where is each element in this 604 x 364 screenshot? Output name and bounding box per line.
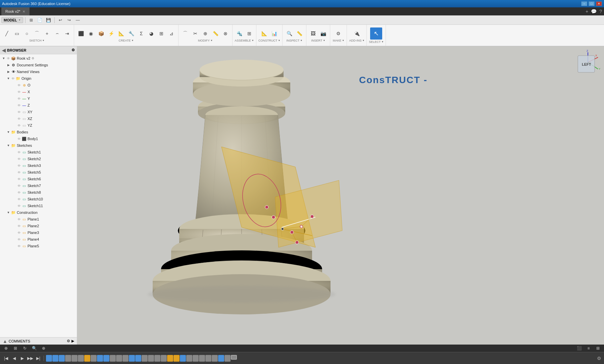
tree-item-y[interactable]: 👁 — Y: [0, 95, 77, 102]
sketch-rect-btn[interactable]: ▭: [12, 29, 21, 38]
tree-item-sketch1[interactable]: 👁 ▭ Sketch1: [0, 149, 77, 156]
comments-settings-icon[interactable]: ⚙: [67, 339, 70, 343]
tree-item-xy[interactable]: 👁 ▭ XY: [0, 109, 77, 115]
tree-item-body1[interactable]: 👁 ⬛ Body1: [0, 135, 77, 142]
tl-op-8[interactable]: [91, 355, 97, 362]
tl-op-18[interactable]: [154, 355, 160, 362]
tree-item-plane1[interactable]: 👁 ▭ Plane1: [0, 216, 77, 223]
chat-icon[interactable]: 💬: [591, 9, 597, 14]
viewcube[interactable]: X Y Z LEFT: [574, 49, 601, 76]
tree-item-construction[interactable]: ▼ 📁 Construction: [0, 209, 77, 216]
assemble-dropdown[interactable]: ▼: [252, 39, 254, 42]
maximize-button[interactable]: □: [589, 1, 595, 6]
tree-item-x[interactable]: 👁 — X: [0, 88, 77, 95]
timeline-settings-btn[interactable]: ⚙: [597, 356, 601, 361]
tl-op-28[interactable]: [218, 355, 224, 362]
more-button[interactable]: —: [74, 16, 82, 24]
browser-settings-icon[interactable]: ⚙: [71, 48, 75, 52]
tl-op-9[interactable]: [97, 355, 103, 362]
create-more-btn[interactable]: ⊿: [167, 29, 176, 38]
eye-sketch3[interactable]: 👁: [17, 164, 21, 168]
tl-op-29[interactable]: [224, 355, 231, 362]
eye-sketch8[interactable]: 👁: [17, 191, 21, 194]
timeline-last-btn[interactable]: ▶|: [35, 355, 42, 362]
tree-item-z[interactable]: 👁 — Z: [0, 102, 77, 109]
sketch-point-btn[interactable]: +: [42, 29, 52, 38]
inspect-dropdown[interactable]: ▼: [300, 39, 302, 42]
eye-xy[interactable]: 👁: [17, 110, 21, 114]
create-rib-btn[interactable]: 📐: [116, 29, 126, 38]
tl-op-19[interactable]: [161, 355, 167, 362]
eye-plane5[interactable]: 👁: [17, 244, 21, 248]
tree-item-o[interactable]: 👁 ⊕ O: [0, 82, 77, 88]
viewport[interactable]: ConsTRUCT - X Y Z LEFT: [77, 46, 604, 345]
eye-sketch5[interactable]: 👁: [17, 171, 21, 174]
sketch-dropdown[interactable]: ▼: [42, 39, 45, 42]
modify-dropdown[interactable]: ▼: [210, 39, 213, 42]
tree-item-docSettings[interactable]: ▶ ⚙ Document Settings: [0, 62, 77, 68]
save-button[interactable]: 💾: [45, 16, 52, 24]
eye-sketch2[interactable]: 👁: [17, 157, 21, 161]
eye-z[interactable]: 👁: [17, 104, 21, 107]
status-orbit-btn[interactable]: ↻: [21, 345, 28, 352]
eye-plane1[interactable]: 👁: [17, 218, 21, 221]
eye-origin[interactable]: 👁: [11, 77, 15, 80]
tl-op-13[interactable]: [122, 355, 129, 362]
tl-op-26[interactable]: [205, 355, 211, 362]
sketch-arc-btn[interactable]: ⌒: [32, 29, 42, 38]
construct-plane-btn[interactable]: 📐: [260, 29, 269, 38]
modify-shell-btn[interactable]: ⊕: [201, 29, 210, 38]
eye-sketch1[interactable]: 👁: [17, 150, 21, 154]
browser-collapse-btn[interactable]: ◀: [2, 48, 6, 53]
sketch-more-btn[interactable]: ⇥: [62, 29, 72, 38]
tl-op-14[interactable]: [129, 355, 135, 362]
tree-item-sketch7[interactable]: 👁 ▭ Sketch7: [0, 182, 77, 189]
tree-item-plane3[interactable]: 👁 ▭ Plane3: [0, 229, 77, 236]
tree-item-bodies[interactable]: ▼ 📁 Bodies: [0, 129, 77, 135]
create-extrude-btn[interactable]: ⬛: [76, 29, 86, 38]
create-sum-btn[interactable]: Σ: [137, 29, 146, 38]
status-fit-btn[interactable]: ⊕: [40, 345, 47, 352]
status-layout-btn[interactable]: ⊞: [595, 345, 601, 352]
tree-item-plane4[interactable]: 👁 ▭ Plane4: [0, 236, 77, 243]
tl-op-10[interactable]: [103, 355, 109, 362]
addins-scripts-btn[interactable]: 🔌: [352, 29, 361, 38]
tree-item-namedViews[interactable]: ▶ 👁 Named Views: [0, 68, 77, 75]
modify-draft-btn[interactable]: 📏: [211, 29, 220, 38]
modify-more-btn[interactable]: ⊗: [221, 29, 230, 38]
timeline-first-btn[interactable]: |◀: [3, 355, 9, 362]
tl-op-20[interactable]: [167, 355, 173, 362]
tl-op-17[interactable]: [148, 355, 154, 362]
create-sweep-btn[interactable]: 📦: [96, 29, 106, 38]
create-revolve-btn[interactable]: ◉: [86, 29, 96, 38]
eye-plane4[interactable]: 👁: [17, 238, 21, 241]
eye-o[interactable]: 👁: [17, 83, 21, 87]
tl-op-21[interactable]: [173, 355, 180, 362]
comments-collapse-btn[interactable]: ▲: [3, 339, 7, 344]
tl-op-22[interactable]: [180, 355, 186, 362]
minimize-button[interactable]: −: [581, 1, 587, 6]
sketch-line-btn[interactable]: ╱: [2, 29, 11, 38]
tree-item-sketch11[interactable]: 👁 ▭ Sketch11: [0, 202, 77, 209]
make-dropdown[interactable]: ▼: [342, 39, 344, 42]
tl-op-11[interactable]: [110, 355, 116, 362]
construct-axis-btn[interactable]: 📊: [270, 29, 279, 38]
tree-item-plane2[interactable]: 👁 ▭ Plane2: [0, 223, 77, 229]
tab-rookv2[interactable]: Rook v2* ✕: [1, 7, 30, 15]
tl-op-27[interactable]: [212, 355, 218, 362]
settings-icon-rook[interactable]: ⚙: [32, 57, 34, 60]
eye-rook[interactable]: 👁: [6, 57, 11, 60]
tree-item-xz[interactable]: 👁 ▭ XZ: [0, 115, 77, 122]
status-grid-btn[interactable]: ⊞: [12, 345, 19, 352]
tree-item-sketch6[interactable]: 👁 ▭ Sketch6: [0, 176, 77, 182]
eye-plane2[interactable]: 👁: [17, 224, 21, 228]
tl-op-12[interactable]: [116, 355, 122, 362]
comments-expand-icon[interactable]: ▶: [71, 339, 74, 343]
create-mirror-btn[interactable]: ⊞: [157, 29, 166, 38]
timeline-next-btn[interactable]: ▶▶: [27, 355, 34, 362]
tree-item-sketch8[interactable]: 👁 ▭ Sketch8: [0, 189, 77, 196]
inspect-section-btn[interactable]: 📏: [295, 29, 304, 38]
eye-sketch11[interactable]: 👁: [17, 204, 21, 208]
tl-op-24[interactable]: [193, 355, 199, 362]
sketch-spline-btn[interactable]: ⌢: [52, 29, 62, 38]
